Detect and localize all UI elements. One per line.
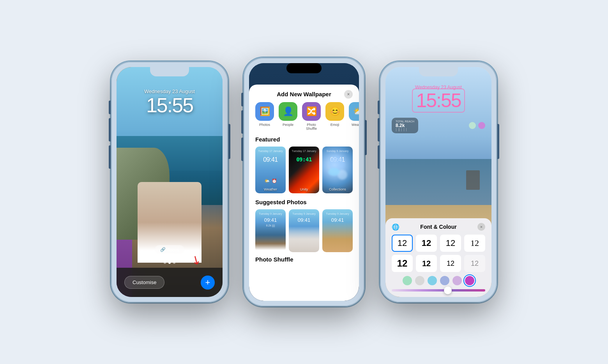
photo-shuffle-icon-label: Photo Shuffle bbox=[302, 123, 321, 131]
phone3-screen: Wednesday 23 August 15:55 TOTAL REACH 8.… bbox=[385, 67, 491, 297]
sug2-time: 09:41 bbox=[289, 217, 319, 223]
weather-icon-2: ⏰ bbox=[272, 178, 277, 184]
side-btn-power-p3 bbox=[497, 124, 499, 159]
modal-header: Add New Wallpaper × bbox=[249, 91, 359, 102]
weather-card-time: 09:41 bbox=[255, 156, 286, 163]
panel-header: 🌐 Font & Colour × bbox=[392, 224, 485, 230]
photo-shuffle-title: Photo Shuffle bbox=[249, 256, 359, 267]
swatch-mint[interactable] bbox=[403, 276, 412, 285]
sug1-reach: 8.2k |||| bbox=[255, 224, 286, 227]
blob-3 bbox=[328, 168, 340, 176]
modal-title: Add New Wallpaper bbox=[277, 91, 331, 97]
suggested-card-2[interactable]: Tuesday 9 January 09:41 bbox=[289, 209, 319, 252]
focus-pill[interactable]: 🔗 Focus bbox=[155, 245, 184, 254]
wp-icon-people[interactable]: 👤 People bbox=[279, 102, 297, 131]
sug1-date: Tuesday 9 January bbox=[255, 212, 286, 215]
suggested-card-3[interactable]: Tuesday 9 January 09:41 bbox=[322, 209, 353, 252]
side-btn-mute-p2 bbox=[241, 93, 243, 106]
p3-reach-value: 8.2k bbox=[396, 123, 414, 128]
side-btn-vol-up bbox=[109, 118, 111, 141]
suggested-card-1[interactable]: Tuesday 9 January 09:41 8.2k |||| bbox=[255, 209, 286, 252]
font-style-normal[interactable]: 12 bbox=[392, 235, 413, 252]
photos-icon-circle: 🖼️ bbox=[255, 102, 274, 121]
collections-card-small-date: Sunday 9 January bbox=[322, 150, 353, 152]
unity-card-small-date: Tuesday 17 January bbox=[289, 150, 319, 152]
notch-phone1 bbox=[150, 67, 189, 76]
emoji-icon-circle: 😊 bbox=[325, 102, 344, 121]
customise-button[interactable]: Customise bbox=[124, 276, 164, 289]
dynamic-island-phone2 bbox=[286, 63, 322, 73]
slider-thumb[interactable] bbox=[444, 286, 452, 294]
globe-icon[interactable]: 🌐 bbox=[392, 223, 399, 231]
sug2-overlay bbox=[289, 226, 319, 252]
panel-close-button[interactable]: × bbox=[477, 223, 485, 231]
weather-icon-circle: ⛅ bbox=[349, 102, 359, 121]
notch-phone3 bbox=[419, 67, 458, 76]
modal-close-button[interactable]: × bbox=[344, 90, 353, 99]
color-swatches bbox=[392, 276, 485, 285]
featured-card-unity[interactable]: Tuesday 17 January 09:41 Unity bbox=[289, 147, 319, 193]
wp-icon-photo-shuffle[interactable]: 🔀 Photo Shuffle bbox=[302, 102, 321, 131]
featured-card-weather[interactable]: Tuesday 17 January 09:41 🌤️ ⏰ Weather bbox=[255, 147, 286, 193]
lockscreen-time: 15:55 bbox=[117, 94, 223, 117]
font-style-light-2[interactable]: 12 bbox=[464, 255, 485, 272]
font-styles-grid: 12 12 12 12 12 12 12 12 bbox=[392, 235, 485, 272]
suggested-section-title: Suggested Photos bbox=[249, 199, 359, 209]
sug3-date: Tuesday 9 January bbox=[322, 212, 353, 215]
dot-3 bbox=[173, 262, 175, 264]
p3-pier bbox=[466, 170, 480, 190]
phone2-screen: Add New Wallpaper × 🖼️ Photos 👤 People bbox=[249, 63, 359, 301]
wallpaper-icons-row: 🖼️ Photos 👤 People 🔀 Photo Shuffle bbox=[249, 102, 359, 136]
phone1-screen: PHOTOS Wednesday 23 August 15:55 🔗 Focus bbox=[117, 67, 223, 297]
swatch-sky[interactable] bbox=[428, 276, 437, 285]
modal-background: Add New Wallpaper × 🖼️ Photos 👤 People bbox=[249, 63, 359, 301]
phone3-background: Wednesday 23 August 15:55 TOTAL REACH 8.… bbox=[385, 67, 491, 297]
add-wallpaper-modal: Add New Wallpaper × 🖼️ Photos 👤 People bbox=[249, 85, 359, 301]
side-btn-power-p2 bbox=[365, 120, 367, 155]
swatch-lavender[interactable] bbox=[440, 276, 449, 285]
p3-dot-2 bbox=[478, 122, 485, 129]
swatch-lilac[interactable] bbox=[452, 276, 462, 285]
weather-icons: 🌤️ ⏰ bbox=[255, 178, 286, 184]
color-slider[interactable] bbox=[392, 289, 485, 292]
side-btn-vol-down bbox=[109, 145, 111, 169]
wp-icon-emoji[interactable]: 😊 Emoji bbox=[325, 102, 344, 131]
collections-label: Collections bbox=[322, 187, 353, 191]
unity-card-time: 09:41 bbox=[289, 156, 319, 163]
font-style-rounded-2[interactable]: 12 bbox=[440, 255, 461, 272]
emoji-icon-label: Emoji bbox=[331, 123, 339, 127]
weather-icon-label: Weather bbox=[352, 123, 359, 127]
font-style-black[interactable]: 12 bbox=[416, 255, 437, 272]
wp-icon-weather[interactable]: ⛅ Weather bbox=[349, 102, 359, 131]
swatch-purple[interactable] bbox=[465, 276, 474, 285]
featured-card-collections[interactable]: Sunday 9 January 09:41 Collections bbox=[322, 147, 353, 193]
p3-time: 15:55 bbox=[385, 88, 491, 113]
font-style-light[interactable]: 12 bbox=[440, 235, 461, 252]
photo-shuffle-icon-circle: 🔀 bbox=[302, 102, 321, 121]
side-btn-vol-up-p2 bbox=[241, 110, 243, 134]
phones-container: PHOTOS Wednesday 23 August 15:55 🔗 Focus bbox=[103, 50, 505, 314]
p3-reach-label: TOTAL REACH bbox=[396, 120, 414, 123]
featured-grid: Tuesday 17 January 09:41 🌤️ ⏰ Weather Tu… bbox=[249, 147, 359, 199]
p3-bar-chart: │ ║ │ │ │ bbox=[396, 128, 414, 131]
unity-label: Unity bbox=[289, 187, 319, 191]
font-style-serif[interactable]: 12 bbox=[464, 235, 485, 252]
people-icon-label: People bbox=[283, 123, 293, 127]
font-style-bold[interactable]: 12 bbox=[416, 235, 437, 252]
add-button[interactable]: + bbox=[201, 276, 215, 290]
focus-icon: 🔗 bbox=[160, 247, 166, 252]
lockscreen-background: PHOTOS Wednesday 23 August 15:55 🔗 Focus bbox=[117, 67, 223, 297]
side-btn-power bbox=[228, 124, 230, 159]
weather-label: Weather bbox=[255, 187, 286, 191]
dot-2 bbox=[168, 262, 171, 264]
font-style-heavy[interactable]: 12 bbox=[392, 255, 413, 272]
suggested-grid: Tuesday 9 January 09:41 8.2k |||| Tuesda… bbox=[249, 209, 359, 256]
weather-icon-1: 🌤️ bbox=[264, 178, 270, 184]
phone-1: PHOTOS Wednesday 23 August 15:55 🔗 Focus bbox=[111, 62, 228, 302]
wp-icon-photos[interactable]: 🖼️ Photos bbox=[255, 102, 274, 131]
sug2-date: Tuesday 9 January bbox=[289, 212, 319, 215]
swatch-gray[interactable] bbox=[415, 276, 424, 285]
people-icon-circle: 👤 bbox=[279, 102, 297, 121]
p3-time-display: 15:55 bbox=[412, 88, 465, 113]
side-btn-mute-p3 bbox=[378, 101, 380, 114]
